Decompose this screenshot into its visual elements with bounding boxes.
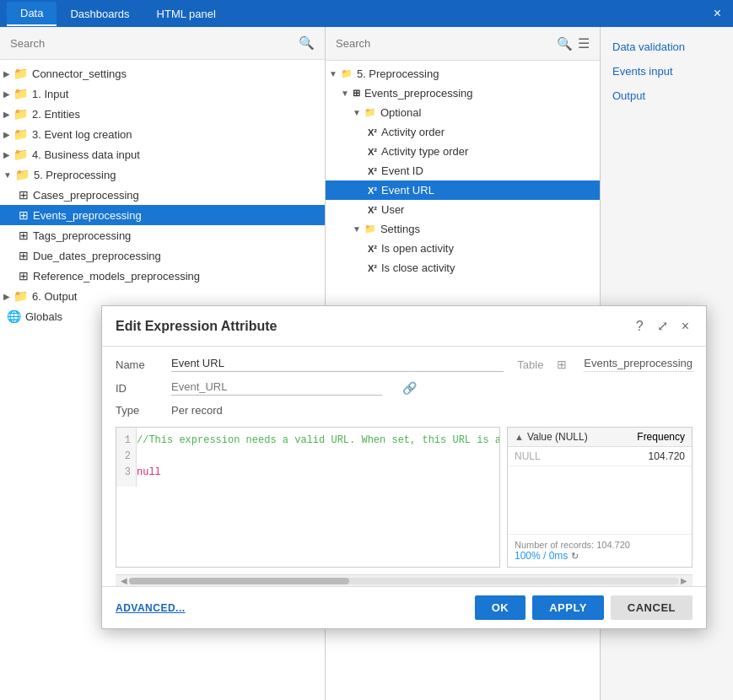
tree-icon: X² <box>368 205 377 215</box>
left-tree-item[interactable]: ▶📁2. Entities <box>0 104 325 124</box>
left-search-icon: 🔍 <box>299 35 315 51</box>
id-label: ID <box>116 382 158 395</box>
tree-item-label: Is open activity <box>381 242 454 255</box>
arrow-icon: ▼ <box>329 69 337 78</box>
tree-item-label: 2. Entities <box>32 108 80 121</box>
name-label: Name <box>116 358 158 371</box>
table-value: Events_preprocessing <box>584 357 693 372</box>
tab-html-panel[interactable]: HTML panel <box>143 3 229 25</box>
middle-tree-item[interactable]: ▼⊞Events_preprocessing <box>326 83 600 103</box>
middle-tree-item[interactable]: ▼📁Optional <box>326 103 600 122</box>
left-tree-item[interactable]: ▶📁3. Event log creation <box>0 124 325 144</box>
tree-icon: X² <box>368 244 377 254</box>
left-search-input[interactable] <box>10 37 299 50</box>
advanced-button[interactable]: ADVANCED... <box>116 602 186 614</box>
modal-expand-icon[interactable]: ⤢ <box>654 316 671 336</box>
tree-icon: ⊞ <box>19 269 29 283</box>
tree-icon: ⊞ <box>353 88 360 99</box>
left-tree-item[interactable]: ▼📁5. Preprocessing <box>0 164 325 185</box>
modal-footer: ADVANCED... OK APPLY CANCEL <box>102 586 706 628</box>
tree-icon: 📁 <box>13 107 28 121</box>
middle-tree-item[interactable]: X²Activity type order <box>326 142 600 161</box>
left-tree-item[interactable]: ▶📁Connector_settings <box>0 63 325 83</box>
code-editor[interactable]: 123 //This expression needs a valid URL.… <box>116 427 500 568</box>
value-row: NULL 104.720 <box>508 447 692 466</box>
id-input[interactable] <box>171 380 382 396</box>
middle-tree-item[interactable]: ▼📁Settings <box>326 219 600 239</box>
left-tree-item[interactable]: ▶📁4. Business data input <box>0 144 325 164</box>
horizontal-scrollbar[interactable]: ◀ ▶ <box>116 574 693 586</box>
middle-tree-item[interactable]: X²Event ID <box>326 161 600 180</box>
records-label: Number of records: 104.720 <box>515 540 685 550</box>
tree-item-label: Activity order <box>381 126 445 138</box>
middle-tree-item[interactable]: X²Is open activity <box>326 239 600 258</box>
tree-item-label: Event ID <box>381 164 423 177</box>
cancel-button[interactable]: CANCEL <box>611 595 693 620</box>
middle-tree-item[interactable]: X²Event URL <box>326 180 600 200</box>
tree-icon: 📁 <box>13 67 28 80</box>
tree-item-label: 1. Input <box>32 88 68 100</box>
tree-item-label: 4. Business data input <box>32 148 140 161</box>
tree-icon: 🌐 <box>7 310 21 323</box>
middle-search-icon: 🔍 <box>557 36 573 51</box>
ok-button[interactable]: OK <box>475 595 526 620</box>
arrow-icon: ▶ <box>3 150 10 159</box>
modal-close-icon[interactable]: × <box>678 317 693 336</box>
tree-item-label: 6. Output <box>32 290 77 303</box>
tree-icon: 📁 <box>13 148 28 161</box>
refresh-icon[interactable]: ↻ <box>571 551 579 562</box>
left-tree-item[interactable]: ▶📁6. Output <box>0 286 325 306</box>
left-tree-item[interactable]: ⊞Events_preprocessing <box>0 205 325 225</box>
middle-tree-item[interactable]: X²Is close activity <box>326 258 600 277</box>
middle-menu-icon[interactable]: ☰ <box>578 35 590 51</box>
arrow-icon: ▶ <box>3 89 10 99</box>
left-tree-item[interactable]: ⊞Due_dates_preprocessing <box>0 245 325 266</box>
middle-tree-item[interactable]: ▼📁5. Preprocessing <box>326 64 600 83</box>
sort-icon[interactable]: ▲ <box>515 432 524 442</box>
tree-icon: 📁 <box>15 168 30 181</box>
tree-item-label: Is close activity <box>381 261 455 274</box>
tab-data[interactable]: Data <box>7 2 57 26</box>
left-tree-item[interactable]: ⊞Reference_models_preprocessing <box>0 266 325 286</box>
editor-area: 123 //This expression needs a valid URL.… <box>102 427 706 574</box>
tree-icon: 📁 <box>364 107 376 118</box>
arrow-icon: ▼ <box>3 170 12 180</box>
arrow-icon: ▶ <box>3 130 10 139</box>
middle-search-input[interactable] <box>336 37 557 50</box>
tab-dashboards[interactable]: Dashboards <box>57 3 143 25</box>
percent-label: 100% / 0ms <box>515 550 568 562</box>
tree-icon: ⊞ <box>19 229 29 242</box>
right-panel-item[interactable]: Data validation <box>607 37 726 57</box>
left-tree-item[interactable]: ⊞Cases_preprocessing <box>0 185 325 205</box>
tab-bar: Data Dashboards HTML panel × <box>0 0 733 27</box>
tree-item-label: Activity type order <box>381 145 468 158</box>
tree-item-label: Optional <box>380 106 421 119</box>
arrow-icon: ▼ <box>353 224 361 234</box>
hscroll-right-arrow[interactable]: ▶ <box>679 576 689 585</box>
apply-button[interactable]: APPLY <box>532 595 604 620</box>
middle-search-bar: 🔍 ☰ <box>326 27 600 61</box>
right-panel-item[interactable]: Events input <box>607 62 726 81</box>
tree-icon: ⊞ <box>19 249 29 262</box>
hscroll-left-arrow[interactable]: ◀ <box>119 576 129 585</box>
tree-item-label: Settings <box>380 223 420 235</box>
middle-tree-item[interactable]: X²Activity order <box>326 122 600 142</box>
modal-title: Edit Expression Attribute <box>116 319 633 334</box>
left-tree-item[interactable]: ▶📁1. Input <box>0 83 325 104</box>
close-app-icon[interactable]: × <box>709 6 726 21</box>
hscroll-thumb[interactable] <box>129 578 349 584</box>
arrow-icon: ▼ <box>341 89 349 98</box>
right-panel-item[interactable]: Output <box>607 86 726 105</box>
tree-icon: ⊞ <box>19 188 29 202</box>
tree-icon: 📁 <box>13 127 28 141</box>
type-row: Type Per record <box>116 404 693 417</box>
modal-header-icons: ? ⤢ × <box>633 316 693 336</box>
arrow-icon: ▶ <box>3 110 10 119</box>
modal-help-icon[interactable]: ? <box>633 317 647 336</box>
table-icon: ⊞ <box>557 358 567 371</box>
middle-tree-item[interactable]: X²User <box>326 200 600 219</box>
modal-header: Edit Expression Attribute ? ⤢ × <box>102 306 706 347</box>
link-icon: 🔗 <box>402 381 417 395</box>
left-tree-item[interactable]: ⊞Tags_preprocessing <box>0 225 325 245</box>
tree-item-label: Cases_preprocessing <box>33 189 139 202</box>
